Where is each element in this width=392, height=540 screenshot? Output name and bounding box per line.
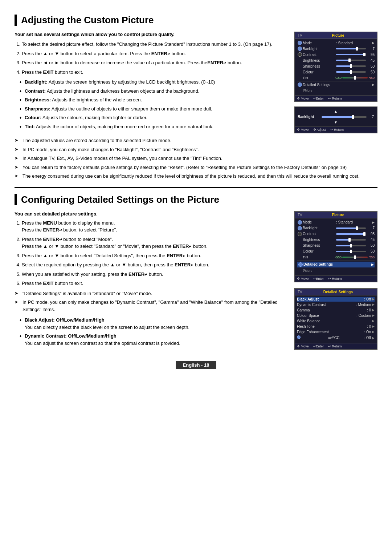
section1-heading: Adjusting the Custom Picture xyxy=(15,15,377,26)
tv-colour-value: 50 xyxy=(367,70,375,74)
tv-row-brightness: Brightness 45 xyxy=(297,58,375,63)
bullet-sharpness: Sharpness: Adjusts the outline of object… xyxy=(20,105,287,113)
s2-step-1: Press the MENU button to display the men… xyxy=(22,219,287,234)
tv4-edge-value: : On ▶ xyxy=(364,330,375,334)
tv-row-colour: Colour 50 xyxy=(297,69,375,74)
tv4-row-xvycc: xvYCC : Off ▶ xyxy=(297,335,375,341)
tv-mode-value: : Standard xyxy=(336,41,353,45)
tv3-nav-return: ↩ Return xyxy=(328,277,342,281)
tv4-nav-move: ❖ Move xyxy=(297,344,309,348)
tv3-tint-g: G50 xyxy=(335,255,342,259)
s2-note-2: In PC mode, you can only make changes to… xyxy=(15,299,287,313)
tv4-wb-label: White Balance xyxy=(297,319,320,323)
section1-bullets: Backlight: Adjusts the screen brightness… xyxy=(15,78,287,130)
footer-label: English - 18 xyxy=(176,361,217,369)
tv3-contrast-value: 95 xyxy=(367,232,375,236)
tv3-contrast-label: Contrast xyxy=(303,232,335,236)
tv4-gamma-value: : 0 ▶ xyxy=(367,308,375,312)
tv-nav-3: ❖ Move ↵Enter ↩ Return xyxy=(295,275,377,282)
step-2: Press the ▲ or ▼ button to select a part… xyxy=(22,50,287,57)
tv-nav-4: ❖ Move ↵Enter ↩ Return xyxy=(295,343,377,349)
tv3-sharpness-slider xyxy=(336,245,366,246)
tv4-xvycc-value: : Off ▶ xyxy=(364,336,375,340)
tv3-row-colour: Colour 50 xyxy=(297,249,375,254)
tv3-backlight-value: 7 xyxy=(367,226,375,230)
tv-brightness-slider xyxy=(336,60,366,61)
tv-nav-2: ❖ Move ❖ Adjust ↩ Return xyxy=(295,126,377,133)
tv4-nav-enter: ↵Enter xyxy=(313,344,324,348)
tv-contrast-value: 95 xyxy=(367,53,375,57)
note-3: In Analogue TV, Ext., AV, S-Video modes … xyxy=(15,155,377,162)
tv-backlight-body: ▲ Backlight 7 ▼ xyxy=(295,107,377,126)
tv-screen-2: ▲ Backlight 7 ▼ ❖ Move ❖ Adjust ↩ Retur xyxy=(294,106,377,133)
tv-icon-tint xyxy=(297,75,303,80)
tv3-icon-contrast xyxy=(297,231,303,237)
tv-icon-backlight xyxy=(297,46,303,51)
tv4-nav-return: ↩ Return xyxy=(328,344,342,348)
tv3-nav-enter: ↵Enter xyxy=(313,277,324,281)
tv-label-4: TV xyxy=(298,290,302,294)
tv-icon-mode xyxy=(297,40,303,45)
tv4-row-wb: White Balance ▶ xyxy=(297,319,375,323)
tv4-flesh-label: Flesh Tone xyxy=(297,325,315,329)
tv-tint-r: R50 xyxy=(368,76,375,80)
tv-backlight-label: Backlight xyxy=(303,47,335,51)
tv-icon-brightness xyxy=(297,58,303,63)
tv3-row-tint: Tint G50 R50 xyxy=(297,255,375,260)
tv-contrast-label: Contrast xyxy=(303,53,335,57)
section2-intro: You can set detailed picture settings. xyxy=(15,211,287,217)
tv3-icon-backlight xyxy=(297,226,303,231)
tv-backlight-slider xyxy=(336,48,366,49)
step-4: Press the EXIT button to exit. xyxy=(22,69,287,76)
tv-section-4: Detailed Settings xyxy=(323,290,353,294)
tv3-tint-r: R50 xyxy=(368,255,375,259)
tv3-brightness-slider xyxy=(336,239,366,241)
tv4-icon-xvycc xyxy=(297,335,303,340)
bullet-dynamic-contrast: Dynamic Contrast: Off/Low/Medium/HighYou… xyxy=(20,333,287,347)
s2-step-6: Press the EXIT button to exit. xyxy=(22,280,287,287)
tv4-black-label: Black Adjust xyxy=(297,297,319,301)
tv4-xvycc-label: xvYCC xyxy=(328,336,339,340)
section2-steps-list: Press the MENU button to display the men… xyxy=(15,219,287,287)
tv3-row-detailed: Detailed Settings ▶ xyxy=(297,262,375,267)
tv3-row-sharpness: Sharpness 50 xyxy=(297,243,375,248)
tv3-row-backlight: Backlight 7 xyxy=(297,226,375,231)
tv-backlight-value: 7 xyxy=(367,47,375,51)
section1-content: Your set has several settings which allo… xyxy=(15,32,287,133)
section2-content: You can set detailed picture settings. P… xyxy=(15,211,287,350)
tv-row-backlight: Backlight 7 xyxy=(297,46,375,51)
tv-mode-arrow: ▶ xyxy=(372,41,375,45)
tv4-row-flesh: Flesh Tone : 0 ▶ xyxy=(297,324,375,329)
tv4-row-black: Black Adjust : Off ▶ xyxy=(297,297,375,302)
s2-step-3: Press the ▲ or ▼ button to select "Detai… xyxy=(22,252,287,259)
tv3-backlight-slider xyxy=(336,227,366,229)
tv3-mode-label: Mode xyxy=(303,220,335,224)
tv-tint-slider xyxy=(342,77,368,78)
tv4-colourspace-label: Colour Space xyxy=(297,314,319,318)
tv-icon-colour xyxy=(297,69,303,74)
tv-backlight-row: Backlight 7 xyxy=(298,115,374,119)
tv3-divider xyxy=(297,261,375,261)
tv3-colour-value: 50 xyxy=(367,249,375,253)
tv-screen-4: TV Detailed Settings Black Adjust : Off … xyxy=(294,288,377,350)
tv-detailed-label: Detailed Settings xyxy=(303,83,335,87)
tv-divider-1 xyxy=(297,81,375,81)
tv-body-3: Mode : Standard ▶ Backlight 7 Contrast xyxy=(295,218,377,275)
tv-backlight-name: Backlight xyxy=(298,115,319,119)
tv-header-4: TV Detailed Settings xyxy=(295,289,377,295)
tv-tint-label: Tint xyxy=(303,76,335,80)
tv-row-mode: Mode : Standard ▶ xyxy=(297,40,375,45)
tv-section-1: Picture xyxy=(332,33,344,37)
section1-steps-list: To select the desired picture effect, fo… xyxy=(15,41,287,76)
section1-notes: The adjusted values are stored according… xyxy=(15,137,377,180)
tv-row-tint: Tint G50 R50 xyxy=(297,75,375,80)
tv3-row-brightness: Brightness 45 xyxy=(297,237,375,242)
tv-nav-return: ↩ Return xyxy=(328,97,342,100)
bullet-contrast: Contrast: Adjusts the lightness and dark… xyxy=(20,88,287,95)
tv-sharpness-label: Sharpness xyxy=(303,64,335,68)
tv3-brightness-value: 45 xyxy=(367,238,375,242)
s2-step-2: Press the ENTER↵ button to select "Mode"… xyxy=(22,236,287,250)
tv-nav-move: ❖ Move xyxy=(297,97,309,100)
tv3-contrast-slider xyxy=(336,233,366,235)
tv-detailed-arrow: ▶ xyxy=(372,83,375,86)
